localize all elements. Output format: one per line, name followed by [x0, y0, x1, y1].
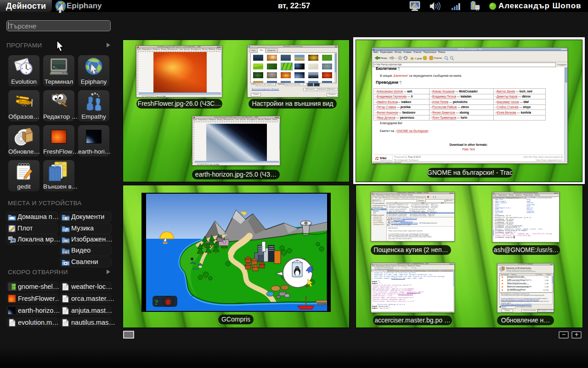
svg-text:Отметки: Отметки — [434, 57, 442, 59]
svg-text:У дома: У дома — [415, 58, 422, 60]
svg-text:>_: >_ — [53, 65, 57, 69]
svg-text:▾: ▾ — [386, 57, 387, 59]
svg-text:▾: ▾ — [396, 57, 396, 59]
svg-text:Назад: Назад — [380, 57, 386, 59]
svg-text:?: ? — [154, 298, 158, 307]
svg-text:✕: ✕ — [399, 57, 401, 59]
